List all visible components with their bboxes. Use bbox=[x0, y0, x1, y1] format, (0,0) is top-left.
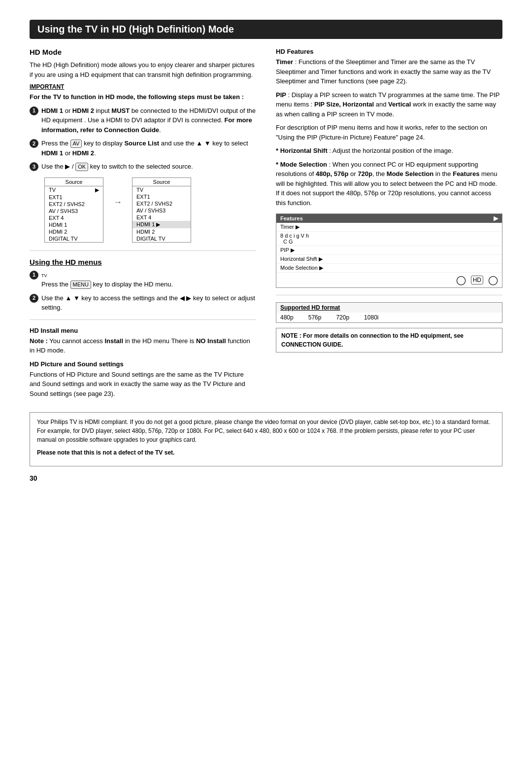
ok-key: OK bbox=[75, 163, 88, 171]
hd-pip-note: For description of PIP menu items and ho… bbox=[276, 123, 502, 142]
features-box-title: Features ▶ bbox=[276, 214, 502, 223]
hd-install-section: HD Install menu Note : You cannot access… bbox=[30, 327, 256, 355]
step-1: 1 HDMI 1 or HDMI 2 input MUST be connect… bbox=[30, 106, 256, 135]
bottom-note-box: Your Philips TV is HDMI compliant. If yo… bbox=[30, 412, 502, 466]
source-title-2: Source bbox=[133, 178, 191, 186]
steps-heading: For the TV to function in HD mode, the f… bbox=[30, 92, 256, 102]
icon-circle1: ◯ bbox=[456, 275, 466, 285]
step-2-text: Press the AV key to display Source List … bbox=[41, 139, 256, 158]
source-item-tv-2: TV bbox=[133, 186, 191, 193]
step-3: 3 Use the ▶ / OK key to switch to the se… bbox=[30, 162, 256, 172]
hd-format-box: Supported HD format 480p 576p 720p 1080i bbox=[276, 302, 502, 323]
step-2-number: 2 bbox=[30, 139, 38, 148]
step-1-number: 1 bbox=[30, 106, 38, 115]
source-item-hdmi2: HDMI 2 bbox=[45, 228, 103, 235]
source-box-1: Source TV ▶ EXT1 EXT2 / SVHS2 AV / SVHS3… bbox=[44, 177, 103, 243]
hd-menu-step-1-number: 1 bbox=[30, 271, 38, 280]
hd-picture-section: HD Picture and Sound settings Functions … bbox=[30, 360, 256, 399]
features-menu-box: Features ▶ Timer ▶ 8 d c i g V h C G PIP… bbox=[276, 213, 502, 288]
source-diagram: Source TV ▶ EXT1 EXT2 / SVHS2 AV / SVHS3… bbox=[44, 177, 256, 243]
format-480p: 480p bbox=[280, 314, 294, 321]
hd-install-note: Note : You cannot access Install in the … bbox=[30, 336, 256, 355]
source-item-av: AV / SVHS3 bbox=[45, 208, 103, 214]
source-list-1: Source TV ▶ EXT1 EXT2 / SVHS2 AV / SVHS3… bbox=[44, 177, 103, 243]
features-8d: 8 d c i g V h C G bbox=[276, 232, 502, 246]
bottom-note-bold: Please note that this is not a defect of… bbox=[37, 448, 495, 457]
av-key: AV bbox=[70, 140, 82, 148]
source-item-tv: TV ▶ bbox=[45, 186, 103, 194]
hd-mode-selection: * Mode Selection : When you connect PC o… bbox=[276, 160, 502, 208]
features-icon: ▶ bbox=[494, 215, 498, 222]
source-item-ext4: EXT 4 bbox=[45, 214, 103, 221]
hd-timer-text: Timer : Functions of the Sleeptimer and … bbox=[276, 57, 502, 86]
source-box-2: Source TV EXT1 EXT2 / SVHS2 AV / SVHS3 E… bbox=[132, 177, 191, 243]
divider-2 bbox=[30, 319, 256, 320]
source-item-ext2: EXT2 / SVHS2 bbox=[45, 201, 103, 208]
hd-pip-text: PIP : Display a PIP screen to watch TV p… bbox=[276, 90, 502, 119]
hd-menu-step-2: 2 Use the ▲ ▼ key to access the settings… bbox=[30, 293, 256, 313]
page-title: Using the TV in HD (High Definition) Mod… bbox=[30, 20, 502, 39]
features-modesel: Mode Selection ▶ bbox=[276, 264, 502, 273]
step-2: 2 Press the AV key to display Source Lis… bbox=[30, 139, 256, 158]
menu-key: MENU bbox=[70, 281, 91, 289]
step-3-number: 3 bbox=[30, 162, 38, 171]
format-720p: 720p bbox=[336, 314, 349, 321]
features-icons-row: ◯ HD ◯ bbox=[276, 273, 502, 287]
left-column: HD Mode The HD (High Definition) mode al… bbox=[30, 48, 256, 403]
right-column: HD Features Timer : Functions of the Sle… bbox=[276, 48, 502, 403]
hd-features-section: HD Features Timer : Functions of the Sle… bbox=[276, 48, 502, 208]
features-timer: Timer ▶ bbox=[276, 223, 502, 232]
source-item-av-2: AV / SVHS3 bbox=[133, 207, 191, 214]
connection-note-text: NOTE : For more details on connection to… bbox=[281, 332, 464, 348]
hd-picture-heading: HD Picture and Sound settings bbox=[30, 360, 256, 368]
step-3-text: Use the ▶ / OK key to switch to the sele… bbox=[41, 162, 193, 172]
hd-menu-step-1: 1 TV Press the MENU key to display the H… bbox=[30, 270, 256, 289]
hd-features-heading: HD Features bbox=[276, 48, 502, 55]
source-item-hdmi1: HDMI 1 bbox=[45, 221, 103, 228]
source-item-ext2-2: EXT2 / SVHS2 bbox=[133, 200, 191, 207]
source-item-ext1-2: EXT1 bbox=[133, 193, 191, 200]
hd-horizontal-shift: * Horizontal Shift : Adjust the horizont… bbox=[276, 146, 502, 156]
divider-3 bbox=[276, 295, 502, 295]
hd-picture-text: Functions of HD Picture and Sound settin… bbox=[30, 370, 256, 399]
hd-install-heading: HD Install menu bbox=[30, 327, 256, 334]
hd-menu-step-1-text: TV Press the MENU key to display the HD … bbox=[41, 270, 173, 289]
bottom-note-text: Your Philips TV is HDMI compliant. If yo… bbox=[37, 418, 495, 444]
hd-menu-step-2-text: Use the ▲ ▼ key to access the settings a… bbox=[41, 293, 256, 313]
page-number: 30 bbox=[30, 474, 502, 482]
hd-menu-step-2-number: 2 bbox=[30, 294, 38, 303]
source-title-1: Source bbox=[45, 178, 103, 186]
source-item-ext4-2: EXT 4 bbox=[133, 214, 191, 221]
source-list-2: Source TV EXT1 EXT2 / SVHS2 AV / SVHS3 E… bbox=[132, 177, 191, 243]
hd-mode-heading: HD Mode bbox=[30, 48, 256, 56]
features-pip: PIP ▶ bbox=[276, 246, 502, 255]
divider-1 bbox=[30, 250, 256, 251]
format-1080i: 1080i bbox=[364, 314, 378, 321]
hd-format-row: 480p 576p 720p 1080i bbox=[276, 313, 502, 322]
source-item-dtv-2: DIGITAL TV bbox=[133, 235, 191, 242]
features-label: Features bbox=[280, 215, 303, 221]
step-1-text: HDMI 1 or HDMI 2 input MUST be connected… bbox=[41, 106, 256, 135]
important-label: IMPORTANT bbox=[30, 83, 256, 90]
source-item-hdmi2-2: HDMI 2 bbox=[133, 228, 191, 235]
icon-circle2: ◯ bbox=[488, 275, 498, 285]
format-576p: 576p bbox=[308, 314, 322, 321]
connection-note-box: NOTE : For more details on connection to… bbox=[276, 328, 502, 353]
source-item-dtv: DIGITAL TV bbox=[45, 235, 103, 242]
hd-mode-intro: The HD (High Definition) mode allows you… bbox=[30, 60, 256, 79]
hd-format-title: Supported HD format bbox=[276, 303, 502, 313]
diagram-arrow: → bbox=[113, 197, 122, 208]
hd-menus-heading: Using the HD menus bbox=[30, 258, 256, 266]
source-item-ext1: EXT1 bbox=[45, 194, 103, 201]
features-hshift: Horizontal Shift ▶ bbox=[276, 255, 502, 264]
source-item-hdmi1-2: HDMI 1 ▶ bbox=[133, 221, 191, 228]
icon-hd: HD bbox=[471, 276, 483, 284]
